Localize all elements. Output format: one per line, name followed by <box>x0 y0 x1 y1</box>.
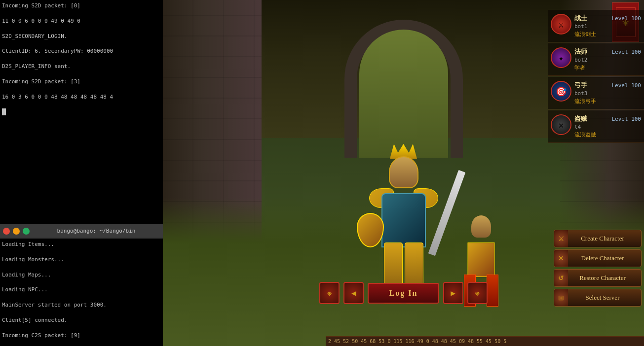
term-line: Loading Monsters... <box>2 256 161 263</box>
char-body <box>354 119 453 307</box>
terminal-minimize-button[interactable] <box>13 228 20 235</box>
terminal-panel: Incoming S2D packet: [0] 11 0 0 6 0 0 0 … <box>0 0 163 346</box>
delete-character-button[interactable]: ✕ Delete Chatacter <box>554 249 642 267</box>
char-shield <box>357 213 384 247</box>
right-char-button[interactable]: ▶ <box>443 282 463 304</box>
char-class-4: 盗贼 <box>574 114 587 123</box>
char-info-2: 法师 Level 100 bot2 学者 <box>574 47 641 71</box>
mage-class-icon: ✦ <box>551 47 571 68</box>
restore-character-button[interactable]: ↺ Restore Character <box>554 269 642 287</box>
terminal-maximize-button[interactable] <box>23 228 30 235</box>
char-bot-3: bot3 <box>574 90 641 97</box>
warrior-class-icon: ⚔ <box>551 14 571 35</box>
create-character-button[interactable]: ⚔ Create Character <box>554 230 642 247</box>
archer-icon-glyph: 🎯 <box>556 86 567 97</box>
warrior-icon-glyph: ⚔ <box>559 19 564 30</box>
term-line: Incoming S2D packet: [3] <box>2 78 161 85</box>
terminal-close-button[interactable] <box>3 228 10 235</box>
select-server-button[interactable]: ⊞ Select Server <box>554 289 642 307</box>
select-server-label: Select Server <box>568 294 637 302</box>
left-nav-icon: ◀ <box>351 288 356 298</box>
term-line: Loading NPC... <box>2 286 161 293</box>
char-class-1: 战士 <box>574 14 587 23</box>
sec-leg-right <box>487 275 498 307</box>
delete-icon: ✕ <box>554 254 568 263</box>
term-line: Incoming C2S packet: [9] <box>2 332 161 339</box>
main-character <box>354 119 453 307</box>
term-line: 16 0 3 6 0 0 0 48 48 48 48 48 48 4 <box>2 93 161 101</box>
char-subtitle-1: 流浪剑士 <box>574 31 641 38</box>
char-info-4: 盗贼 Level 100 t4 流浪盗贼 <box>574 114 641 138</box>
sec-head <box>471 215 491 238</box>
create-label: Create Character <box>568 235 637 242</box>
terminal-titlebar: bango@bango: ~/Bango/bin <box>0 224 163 238</box>
right-nav-icon: ▶ <box>451 288 455 298</box>
terminal-top-output: Incoming S2D packet: [0] 11 0 0 6 0 0 0 … <box>0 0 163 224</box>
char-name-row-4: 盗贼 Level 100 <box>574 114 641 123</box>
delete-label: Delete Chatacter <box>568 254 637 262</box>
server-icon: ⊞ <box>554 294 568 302</box>
right-dragon-icon: ❋ <box>475 288 480 298</box>
char-name-row-2: 法师 Level 100 <box>574 47 641 56</box>
char-name-row-1: 战士 Level 100 <box>574 14 641 23</box>
char-bot-4: t4 <box>574 124 641 130</box>
term-line: Loading Items... <box>2 241 161 248</box>
char-class-3: 弓手 <box>574 81 587 90</box>
bottom-bar: ❋ ◀ Log In ▶ ❋ <box>320 279 488 307</box>
char-info-1: 战士 Level 100 bot1 流浪剑士 <box>574 14 641 38</box>
mage-icon-glyph: ✦ <box>559 53 564 63</box>
term-line: Incoming S2D packet: [0] <box>2 2 161 9</box>
char-level-1: Level 100 <box>611 15 641 22</box>
char-torso <box>381 193 426 247</box>
term-line: ClientID: 6, SecondaryPW: 00000000 <box>2 47 161 55</box>
character-list: ⚔ 战士 Level 100 bot1 流浪剑士 ✦ 法师 Level 100 <box>548 10 644 144</box>
char-bot-2: bot2 <box>574 57 641 63</box>
left-char-button[interactable]: ◀ <box>343 282 364 304</box>
character-item-4[interactable]: ✕ 盗贼 Level 100 t4 流浪盗贼 <box>548 110 644 143</box>
rogue-class-icon: ✕ <box>551 114 571 135</box>
term-line-highlight: MainServer started on port 3000. <box>2 301 161 309</box>
char-name-row-3: 弓手 Level 100 <box>574 81 641 90</box>
status-text: 2 45 52 50 45 68 53 0 115 116 49 0 48 48… <box>328 339 506 344</box>
rogue-icon-glyph: ✕ <box>559 120 564 130</box>
char-level-3: Level 100 <box>611 82 641 89</box>
term-line: Client[5] connected. <box>2 316 161 324</box>
status-bar: 2 45 52 50 45 68 53 0 115 116 49 0 48 48… <box>326 336 644 346</box>
login-button[interactable]: Log In <box>368 283 439 304</box>
term-line: Loading Maps... <box>2 271 161 278</box>
char-head <box>389 156 418 188</box>
sec-torso <box>468 242 495 277</box>
character-item-1[interactable]: ⚔ 战士 Level 100 bot1 流浪剑士 <box>548 10 644 42</box>
terminal-title: bango@bango: ~/Bango/bin <box>33 228 160 234</box>
term-line: S2D_SECONDARY_LOGIN. <box>2 33 161 40</box>
char-subtitle-4: 流浪盗贼 <box>574 131 641 138</box>
char-level-2: Level 100 <box>611 49 641 55</box>
archer-class-icon: 🎯 <box>551 81 571 102</box>
char-subtitle-3: 流浪弓手 <box>574 98 641 105</box>
restore-icon: ↺ <box>554 274 568 282</box>
left-arrow-button[interactable]: ❋ <box>319 282 340 304</box>
action-buttons: ⚔ Create Character ✕ Delete Chatacter ↺ … <box>554 230 642 307</box>
char-subtitle-2: 学者 <box>574 64 641 71</box>
char-bot-1: bot1 <box>574 23 641 30</box>
restore-label: Restore Character <box>568 274 637 282</box>
char-info-3: 弓手 Level 100 bot3 流浪弓手 <box>574 81 641 105</box>
left-dragon-icon: ❋ <box>327 288 332 298</box>
char-class-2: 法师 <box>574 47 587 56</box>
terminal-bottom-output: Loading Items... Loading Monsters... Loa… <box>0 238 163 346</box>
char-level-4: Level 100 <box>611 116 641 122</box>
character-item-3[interactable]: 🎯 弓手 Level 100 bot3 流浪弓手 <box>548 77 644 109</box>
character-item-2[interactable]: ✦ 法师 Level 100 bot2 学者 <box>548 43 644 76</box>
term-line: D2S_PLAYER_INFO sent. <box>2 63 161 70</box>
right-arrow-button[interactable]: ❋ <box>467 282 488 304</box>
term-line: 11 0 0 6 0 0 0 49 0 49 0 <box>2 17 161 25</box>
create-icon: ⚔ <box>554 235 568 243</box>
